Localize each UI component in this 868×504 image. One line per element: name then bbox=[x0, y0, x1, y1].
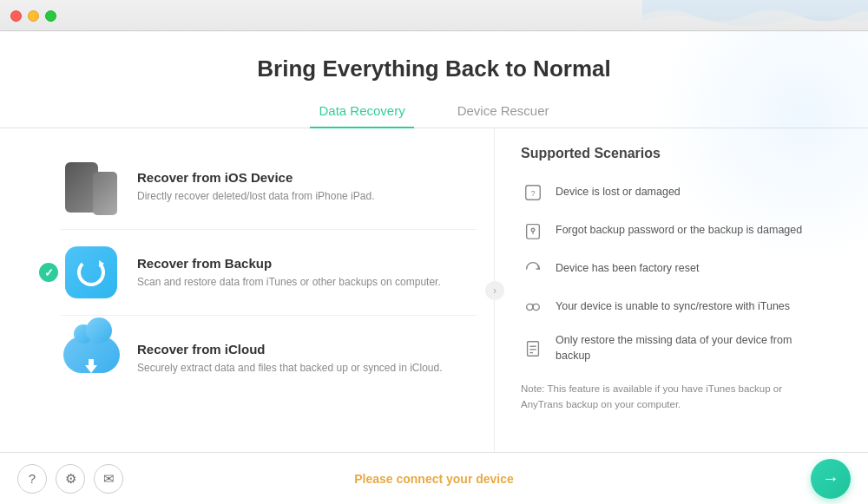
bottom-bar: ? ⚙ ✉ Please connect your device → bbox=[0, 452, 868, 504]
backup-item-text: Recover from Backup Scan and restore dat… bbox=[137, 256, 441, 290]
selected-checkmark bbox=[39, 263, 58, 282]
scenario-missing-text: Only restore the missing data of your de… bbox=[556, 333, 825, 363]
sync-issue-icon bbox=[521, 295, 545, 319]
status-highlight: device bbox=[476, 472, 514, 486]
missing-data-icon bbox=[521, 337, 545, 361]
backup-item-desc: Scan and restore data from iTunes or oth… bbox=[137, 274, 441, 290]
settings-button[interactable]: ⚙ bbox=[56, 464, 85, 494]
ios-item-desc: Directly recover deleted/lost data from … bbox=[137, 188, 374, 204]
ios-item-text: Recover from iOS Device Directly recover… bbox=[137, 170, 374, 204]
scenario-lost-text: Device is lost or damaged bbox=[556, 185, 681, 200]
recovery-item-ios[interactable]: Recover from iOS Device Directly recover… bbox=[61, 144, 477, 229]
icloud-item-text: Recover from iCloud Securely extract dat… bbox=[137, 342, 443, 376]
scenario-lost-damaged: ? Device is lost or damaged bbox=[521, 173, 825, 212]
icloud-item-title: Recover from iCloud bbox=[137, 342, 443, 357]
scenario-forgot-password: Forgot backup password or the backup is … bbox=[521, 212, 825, 250]
right-panel: Supported Scenarios ? Device is lost or … bbox=[495, 128, 842, 452]
scenario-missing-data: Only restore the missing data of your de… bbox=[521, 326, 825, 370]
svg-point-5 bbox=[533, 304, 539, 310]
scenarios-title: Supported Scenarios bbox=[521, 146, 825, 161]
svg-rect-6 bbox=[528, 341, 539, 356]
backup-icon bbox=[61, 242, 122, 303]
icloud-item-desc: Securely extract data and files that bac… bbox=[137, 360, 443, 376]
next-arrow-icon: → bbox=[822, 468, 839, 488]
content-area: Recover from iOS Device Directly recover… bbox=[0, 128, 868, 452]
help-icon: ? bbox=[29, 471, 36, 486]
scenario-sync-issue: Your device is unable to sync/restore wi… bbox=[521, 288, 825, 326]
status-prefix: Please connect your bbox=[354, 472, 476, 486]
mail-button[interactable]: ✉ bbox=[94, 464, 123, 494]
maximize-button[interactable] bbox=[45, 10, 56, 22]
ios-device-icon bbox=[61, 156, 122, 217]
status-text: Please connect your device bbox=[354, 472, 514, 486]
lost-damaged-icon: ? bbox=[521, 180, 545, 205]
scenario-forgot-text: Forgot backup password or the backup is … bbox=[556, 223, 802, 239]
svg-point-4 bbox=[527, 304, 533, 310]
mail-icon: ✉ bbox=[103, 471, 115, 487]
recovery-item-icloud[interactable]: Recover from iCloud Securely extract dat… bbox=[61, 315, 477, 401]
forgot-password-icon bbox=[521, 219, 545, 243]
left-panel: Recover from iOS Device Directly recover… bbox=[26, 128, 495, 452]
minimize-button[interactable] bbox=[28, 10, 39, 22]
help-button[interactable]: ? bbox=[17, 464, 47, 494]
tab-device-rescuer[interactable]: Device Rescuer bbox=[449, 98, 558, 128]
wave-decoration bbox=[642, 0, 868, 31]
factory-reset-icon bbox=[521, 257, 545, 281]
title-bar bbox=[0, 0, 868, 31]
scenario-sync-text: Your device is unable to sync/restore wi… bbox=[556, 299, 790, 315]
gear-icon: ⚙ bbox=[65, 471, 76, 487]
close-button[interactable] bbox=[10, 10, 22, 22]
recovery-item-backup[interactable]: Recover from Backup Scan and restore dat… bbox=[61, 229, 477, 315]
scenario-factory-reset: Device has been factory reset bbox=[521, 250, 825, 288]
main-title: Bring Everything Back to Normal bbox=[257, 56, 610, 82]
panel-chevron: › bbox=[485, 281, 504, 300]
ios-item-title: Recover from iOS Device bbox=[137, 170, 374, 185]
scenarios-note: Note: This feature is available if you h… bbox=[521, 381, 825, 413]
next-button[interactable]: → bbox=[811, 459, 851, 499]
svg-point-3 bbox=[531, 228, 535, 232]
backup-item-title: Recover from Backup bbox=[137, 256, 441, 271]
main-content: Bring Everything Back to Normal Data Rec… bbox=[0, 31, 868, 452]
scenario-factory-text: Device has been factory reset bbox=[556, 261, 699, 277]
tab-data-recovery[interactable]: Data Recovery bbox=[310, 98, 413, 128]
svg-text:?: ? bbox=[530, 189, 535, 198]
icloud-icon bbox=[61, 328, 122, 389]
tabs-container: Data Recovery Device Rescuer bbox=[0, 98, 868, 128]
bottom-left-icons: ? ⚙ ✉ bbox=[17, 464, 123, 494]
